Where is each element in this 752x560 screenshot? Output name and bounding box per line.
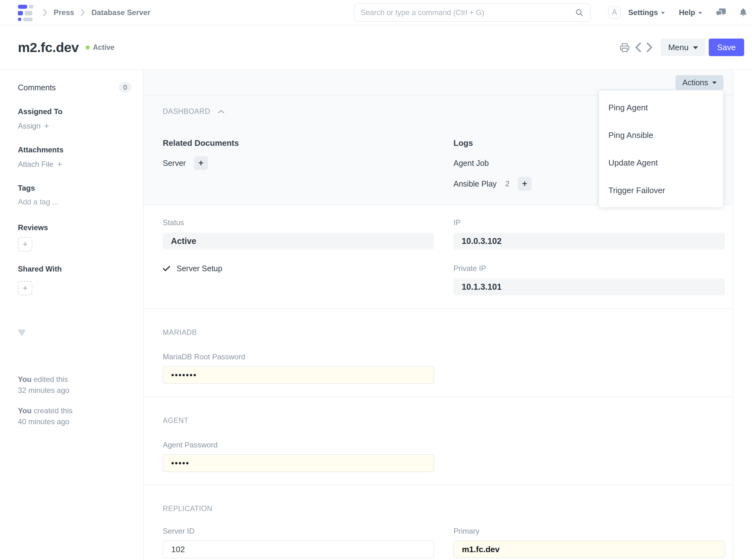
help-label: Help — [679, 8, 695, 17]
status-field-value[interactable]: Active — [163, 233, 434, 249]
modified-by-info: You edited this 32 minutes ago — [18, 374, 132, 396]
status-field-label: Status — [163, 218, 434, 227]
related-doc-server-row: Server — [163, 156, 453, 170]
server-setup-label: Server Setup — [177, 264, 222, 273]
add-review-button[interactable] — [18, 237, 32, 252]
modified-when: 32 minutes ago — [18, 385, 132, 396]
plus-icon — [23, 240, 27, 249]
reviews-heading: Reviews — [18, 223, 132, 232]
form-layout: Actions Ping Agent Ping Ansible Update A… — [144, 69, 733, 560]
status-indicator-label: Active — [93, 43, 115, 52]
menu-item-update-agent[interactable]: Update Agent — [599, 149, 723, 177]
server-id-label: Server ID — [163, 527, 434, 536]
dashboard-heading: DASHBOARD — [163, 107, 210, 116]
ansible-play-count: 2 — [506, 179, 510, 188]
shared-with-heading: Shared With — [18, 265, 132, 274]
agent-job-link[interactable]: Agent Job — [453, 159, 489, 168]
page-head: m2.fc.dev Active Menu Save — [0, 25, 752, 69]
server-link[interactable]: Server — [163, 159, 186, 168]
ansible-play-link[interactable]: Ansible Play — [453, 179, 497, 188]
ip-field-value[interactable]: 10.0.3.102 — [453, 233, 725, 249]
add-server-button[interactable] — [194, 156, 208, 170]
server-setup-checkbox[interactable]: Server Setup — [163, 264, 434, 273]
settings-label: Settings — [628, 8, 658, 17]
log-agent-job-row: Agent Job — [453, 156, 532, 170]
attachments-heading: Attachments — [18, 145, 132, 154]
app-logo-icon[interactable] — [18, 3, 36, 23]
help-menu[interactable]: Help — [679, 8, 702, 17]
navbar: Press Database Server A Settings Help — [0, 0, 752, 25]
search-input[interactable] — [354, 8, 575, 17]
save-button[interactable]: Save — [709, 39, 744, 56]
mariadb-root-password-label: MariaDB Root Password — [163, 353, 733, 361]
chevron-up-icon[interactable] — [218, 109, 224, 114]
agent-password-field[interactable]: ••••• — [163, 454, 434, 472]
share-button[interactable] — [18, 281, 32, 295]
ip-field-label: IP — [453, 218, 725, 227]
mariadb-heading: MARIADB — [163, 328, 733, 337]
actions-dropdown-menu: Ping Agent Ping Ansible Update Agent Tri… — [599, 91, 723, 207]
agent-section: AGENT Agent Password ••••• — [144, 397, 733, 485]
mariadb-root-password-field[interactable]: ••••••• — [163, 366, 434, 384]
plus-icon — [44, 122, 49, 131]
comments-link[interactable]: Comments 0 — [18, 82, 132, 93]
previous-document-icon[interactable] — [635, 42, 641, 52]
menu-item-ping-agent[interactable]: Ping Agent — [599, 94, 723, 121]
breadcrumb-item-press[interactable]: Press — [54, 8, 74, 17]
agent-password-label: Agent Password — [163, 441, 733, 449]
next-document-icon[interactable] — [646, 42, 653, 52]
status-dot-icon — [86, 45, 90, 49]
replication-section: REPLICATION Server ID Primary m1.fc.dev — [144, 485, 733, 560]
plus-icon — [23, 284, 27, 293]
log-ansible-play-row: Ansible Play 2 — [453, 177, 532, 191]
chevron-right-icon — [43, 8, 47, 17]
notifications-bell-icon[interactable] — [739, 7, 748, 18]
menu-item-trigger-failover[interactable]: Trigger Failover — [599, 177, 723, 204]
plus-icon — [57, 160, 62, 169]
private-ip-field-value[interactable]: 10.1.3.101 — [453, 278, 725, 295]
page-title: m2.fc.dev — [18, 40, 79, 55]
logs-heading: Logs — [453, 138, 532, 148]
chat-icon[interactable] — [715, 7, 727, 18]
check-icon — [163, 265, 170, 272]
chevron-down-icon — [712, 81, 716, 84]
replication-heading: REPLICATION — [163, 504, 733, 513]
add-ansible-play-button[interactable] — [518, 177, 532, 191]
like-heart-icon[interactable] — [18, 325, 132, 339]
actions-button[interactable]: Actions — [675, 75, 724, 90]
menu-item-ping-ansible[interactable]: Ping Ansible — [599, 121, 723, 149]
chevron-down-icon — [661, 12, 665, 14]
primary-field-value[interactable]: m1.fc.dev — [453, 541, 725, 558]
server-id-input[interactable] — [163, 541, 434, 558]
attach-file-button[interactable]: Attach File — [18, 160, 132, 169]
global-search — [354, 3, 591, 22]
related-documents-heading: Related Documents — [163, 138, 453, 148]
tags-heading: Tags — [18, 184, 132, 193]
assign-button[interactable]: Assign — [18, 122, 132, 131]
created-by-info: You created this 40 minutes ago — [18, 405, 132, 427]
agent-heading: AGENT — [163, 416, 733, 425]
form-sidebar: Comments 0 Assigned To Assign Attachment… — [0, 69, 144, 560]
breadcrumb: Press Database Server — [43, 0, 151, 25]
settings-menu[interactable]: Settings — [628, 8, 665, 17]
navbar-right: A Settings Help — [608, 0, 748, 25]
search-icon — [575, 8, 583, 17]
created-when: 40 minutes ago — [18, 416, 132, 427]
app-screen: Press Database Server A Settings Help — [0, 0, 752, 560]
status-indicator: Active — [86, 43, 115, 52]
chevron-down-icon — [693, 46, 698, 49]
comments-count-badge: 0 — [119, 82, 132, 93]
mariadb-section: MARIADB MariaDB Root Password ••••••• — [144, 309, 733, 397]
status-section: Status Active Server Setup IP 10.0.3.102… — [144, 205, 733, 309]
primary-label: Primary — [453, 527, 725, 536]
chevron-right-icon — [80, 8, 85, 17]
breadcrumb-item-database-server[interactable]: Database Server — [91, 8, 150, 17]
chevron-down-icon — [698, 12, 702, 14]
print-icon[interactable] — [619, 42, 630, 52]
menu-button[interactable]: Menu — [661, 39, 706, 56]
private-ip-field-label: Private IP — [453, 264, 725, 273]
assigned-to-heading: Assigned To — [18, 107, 132, 116]
user-avatar[interactable]: A — [608, 6, 620, 19]
add-tag-input[interactable]: Add a tag ... — [18, 198, 132, 206]
